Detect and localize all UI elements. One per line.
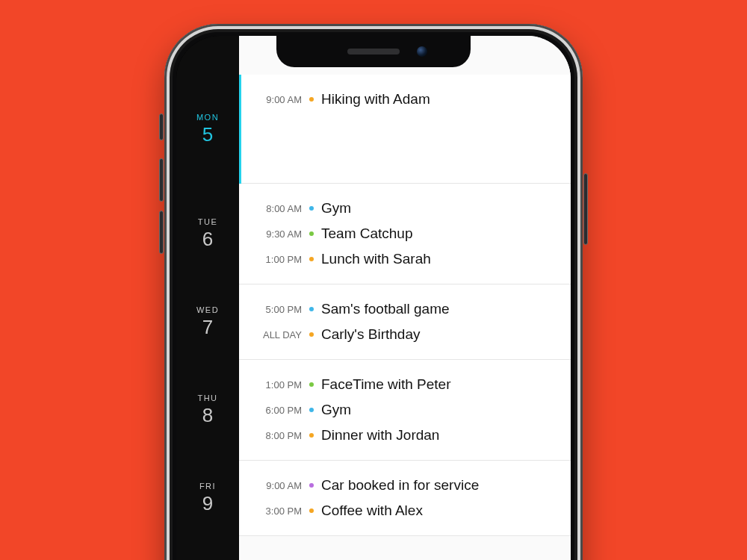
- event-item[interactable]: 9:00 AMCar booked in for service: [251, 477, 556, 494]
- calendar-dot-icon: [309, 332, 314, 337]
- day-number: 8: [202, 404, 213, 427]
- event-title: Gym: [321, 200, 351, 217]
- event-title: Team Catchup: [321, 225, 413, 242]
- calendar-dot-icon: [309, 307, 314, 311]
- day-of-week: FRI: [199, 482, 216, 491]
- event-title: Gym: [321, 402, 351, 418]
- day-number: 5: [202, 123, 213, 146]
- day-row[interactable]: THU81:00 PMFaceTime with Peter6:00 PMGym…: [239, 360, 571, 461]
- phone-frame: FEBRUARY 2018 MON59:00 AMHiking with Ada…: [164, 24, 583, 560]
- event-time: 1:00 PM: [251, 379, 302, 391]
- event-item[interactable]: 5:00 PMSam's football game: [251, 301, 556, 317]
- day-of-week: WED: [196, 305, 219, 314]
- event-time: 9:00 AM: [251, 480, 302, 491]
- calendar-dot-icon: [309, 433, 314, 438]
- event-time: 9:30 AM: [251, 228, 302, 240]
- day-of-week: TUE: [198, 217, 218, 226]
- events-cell: 5:00 PMSam's football gameALL DAYCarly's…: [239, 284, 571, 360]
- events-cell: 9:00 AMCar booked in for service3:00 PMC…: [239, 461, 571, 536]
- event-title: Lunch with Sarah: [321, 251, 431, 267]
- calendar-dot-icon: [309, 206, 314, 211]
- event-item[interactable]: 8:00 PMDinner with Jordan: [251, 427, 556, 444]
- day-side[interactable]: TUE6: [176, 184, 239, 284]
- events-cell: 8:00 AMGym9:30 AMTeam Catchup1:00 PMLunc…: [239, 184, 571, 284]
- mute-switch[interactable]: [159, 113, 164, 140]
- events-cell: 1:00 PMFaceTime with Peter6:00 PMGym8:00…: [239, 360, 571, 461]
- event-title: Dinner with Jordan: [321, 427, 439, 444]
- volume-up-button[interactable]: [159, 158, 164, 202]
- event-item[interactable]: 1:00 PMFaceTime with Peter: [251, 376, 556, 393]
- calendar-dot-icon: [309, 257, 314, 261]
- calendar-dot-icon: [309, 483, 314, 488]
- event-time: 8:00 AM: [251, 203, 302, 214]
- event-title: FaceTime with Peter: [321, 376, 451, 393]
- day-of-week: MON: [196, 113, 219, 122]
- agenda-content[interactable]: MON59:00 AMHiking with AdamTUE68:00 AMGy…: [239, 36, 571, 560]
- day-row[interactable]: FRI99:00 AMCar booked in for service3:00…: [239, 461, 571, 536]
- calendar-dot-icon: [309, 408, 314, 412]
- day-number: 6: [202, 228, 213, 251]
- event-item[interactable]: 1:00 PMLunch with Sarah: [251, 251, 556, 267]
- event-item[interactable]: 6:00 PMGym: [251, 402, 556, 418]
- event-item[interactable]: ALL DAYCarly's Birthday: [251, 326, 556, 343]
- day-side[interactable]: THU8: [176, 360, 239, 461]
- day-number: 7: [202, 316, 213, 339]
- day-row[interactable]: TUE68:00 AMGym9:30 AMTeam Catchup1:00 PM…: [239, 184, 571, 284]
- day-of-week: THU: [197, 393, 217, 402]
- front-camera-icon: [417, 46, 427, 57]
- calendar-dot-icon: [309, 231, 314, 236]
- day-row[interactable]: WED75:00 PMSam's football gameALL DAYCar…: [239, 284, 571, 360]
- event-title: Carly's Birthday: [321, 326, 420, 343]
- event-item[interactable]: 8:00 AMGym: [251, 200, 556, 217]
- event-title: Car booked in for service: [321, 477, 479, 494]
- event-item[interactable]: 9:00 AMHiking with Adam: [251, 91, 556, 108]
- event-time: 1:00 PM: [251, 254, 302, 265]
- power-button[interactable]: [583, 173, 588, 245]
- event-title: Hiking with Adam: [321, 91, 430, 108]
- event-time: ALL DAY: [251, 329, 302, 340]
- event-time: 8:00 PM: [251, 430, 302, 441]
- event-item[interactable]: 3:00 PMCoffee with Alex: [251, 503, 556, 519]
- calendar-dot-icon: [309, 508, 314, 513]
- event-time: 3:00 PM: [251, 505, 302, 517]
- day-side[interactable]: MON5: [176, 75, 239, 184]
- volume-down-button[interactable]: [159, 211, 164, 254]
- event-item[interactable]: 9:30 AMTeam Catchup: [251, 225, 556, 242]
- event-time: 5:00 PM: [251, 304, 302, 315]
- day-row[interactable]: MON59:00 AMHiking with Adam: [239, 75, 571, 184]
- event-time: 9:00 AM: [251, 94, 302, 105]
- event-time: 6:00 PM: [251, 405, 302, 416]
- event-title: Sam's football game: [321, 301, 450, 317]
- calendar-dot-icon: [309, 97, 314, 102]
- event-title: Coffee with Alex: [321, 503, 423, 519]
- day-side[interactable]: FRI9: [176, 461, 239, 536]
- speaker-grille-icon: [347, 49, 400, 55]
- notch: [276, 36, 471, 67]
- day-side[interactable]: WED7: [176, 284, 239, 360]
- calendar-dot-icon: [309, 382, 314, 387]
- day-number: 9: [202, 492, 213, 515]
- screen: FEBRUARY 2018 MON59:00 AMHiking with Ada…: [176, 36, 571, 560]
- active-day-indicator: [239, 75, 241, 184]
- events-cell: 9:00 AMHiking with Adam: [239, 75, 571, 184]
